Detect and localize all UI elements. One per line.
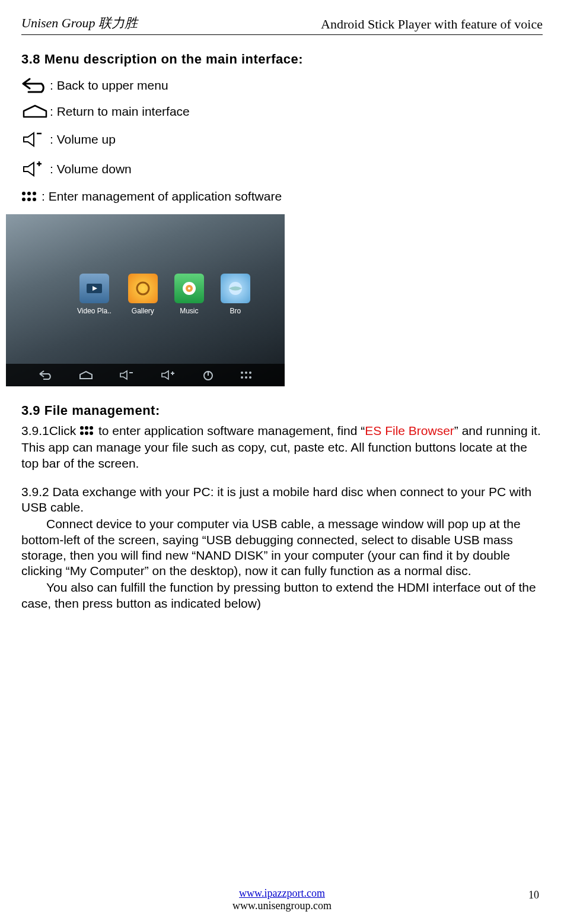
- nav-back-icon: [39, 370, 53, 380]
- page-number: 10: [528, 889, 539, 901]
- svg-point-19: [249, 376, 251, 379]
- app-label: Gallery: [132, 307, 154, 315]
- home-icon: [21, 104, 50, 119]
- app-label: Video Pla..: [77, 307, 111, 315]
- section-3-9-title: 3.9 File management:: [21, 403, 543, 418]
- menu-item-back: : Back to upper menu: [21, 78, 543, 93]
- svg-point-25: [90, 431, 93, 435]
- svg-point-2: [33, 192, 36, 195]
- svg-point-16: [249, 371, 251, 374]
- browser-icon: [221, 274, 250, 303]
- nav-volume-up-icon: [161, 370, 176, 380]
- svg-point-1: [27, 192, 31, 195]
- volume-plus-icon: [21, 160, 50, 179]
- svg-point-8: [137, 282, 149, 294]
- svg-point-0: [22, 192, 26, 195]
- nav-power-icon: [202, 369, 214, 381]
- header-right: Android Stick Player with feature of voi…: [321, 17, 543, 32]
- video-player-icon: [79, 274, 109, 303]
- music-icon: [174, 274, 204, 303]
- app-music: Music: [174, 274, 204, 315]
- header-left: Unisen Group 联力胜: [21, 14, 138, 32]
- footer-link-1[interactable]: www.ipazzport.com: [239, 887, 325, 899]
- es-file-browser-text: ES File Browser: [365, 424, 454, 437]
- gallery-icon: [128, 274, 158, 303]
- app-browser: Bro: [221, 274, 250, 315]
- page-header: Unisen Group 联力胜 Android Stick Player wi…: [21, 14, 543, 35]
- menu-item-volume-up: : Volume up: [21, 130, 543, 149]
- svg-point-3: [22, 198, 26, 201]
- svg-point-21: [85, 426, 88, 430]
- app-gallery: Gallery: [128, 274, 158, 315]
- menu-item-volume-down: : Volume down: [21, 160, 543, 179]
- menu-item-label: : Enter management of application softwa…: [42, 189, 282, 204]
- svg-point-15: [245, 371, 247, 374]
- nav-apps-icon: [240, 371, 252, 379]
- menu-item-label: : Volume down: [50, 162, 132, 176]
- back-arrow-icon: [21, 78, 50, 93]
- nav-home-icon: [79, 370, 93, 380]
- svg-point-20: [80, 426, 84, 430]
- menu-item-label: : Back to upper menu: [50, 78, 168, 93]
- svg-point-23: [80, 431, 84, 435]
- apps-grid-icon: [21, 190, 42, 202]
- menu-item-home: : Return to main interface: [21, 104, 543, 119]
- app-label: Music: [180, 307, 198, 315]
- para-3-9-2a: 3.9.2 Data exchange with your PC: it is …: [21, 484, 543, 516]
- menu-item-apps: : Enter management of application softwa…: [21, 189, 543, 204]
- footer-link-2: www.unisengroup.com: [0, 900, 564, 912]
- app-label: Bro: [230, 307, 241, 315]
- para-3-9-1: 3.9.1Click to enter application software…: [21, 423, 543, 471]
- nav-volume-down-icon: [119, 370, 135, 380]
- svg-point-17: [241, 376, 243, 379]
- menu-item-label: : Return to main interface: [50, 104, 190, 119]
- svg-point-24: [85, 431, 88, 435]
- para-3-9-2c: You also can fulfill the function by pre…: [21, 580, 543, 611]
- svg-point-18: [245, 376, 247, 379]
- section-3-8-title: 3.8 Menu description on the main interfa…: [21, 52, 543, 67]
- section-3-9-body: 3.9.1Click to enter application software…: [21, 423, 543, 611]
- app-video-player: Video Pla..: [77, 274, 111, 315]
- nav-bar: [6, 364, 285, 386]
- menu-item-label: : Volume up: [50, 132, 116, 147]
- svg-point-22: [90, 426, 93, 430]
- para-3-9-2b: Connect device to your computer via USB …: [21, 516, 543, 579]
- svg-point-11: [188, 287, 190, 290]
- apps-grid-icon-inline: [79, 425, 98, 439]
- page-footer: www.ipazzport.com www.unisengroup.com 10: [0, 887, 564, 912]
- android-launcher-screenshot: Video Pla.. Gallery Music Bro: [6, 214, 285, 386]
- svg-point-14: [241, 371, 243, 374]
- svg-point-4: [27, 198, 31, 201]
- svg-point-5: [33, 198, 36, 201]
- volume-minus-icon: [21, 130, 50, 149]
